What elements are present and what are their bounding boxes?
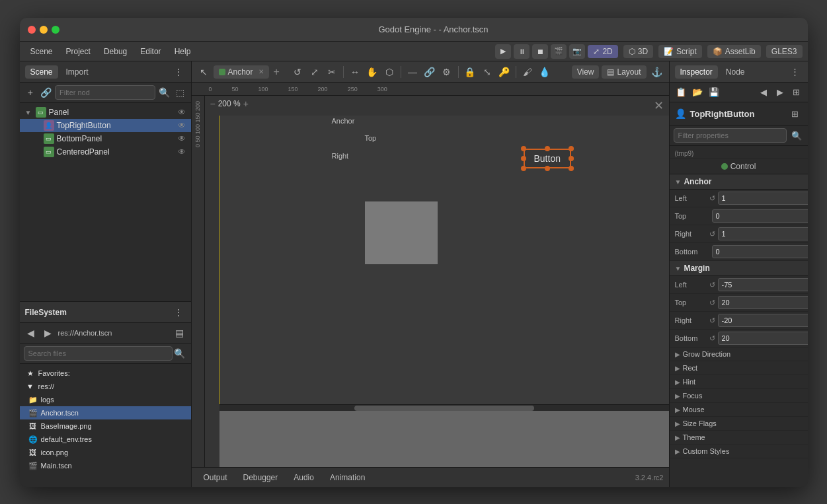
scene-menu-button[interactable]: ⋮: [171, 65, 186, 79]
trb-vis[interactable]: 👁: [178, 121, 186, 130]
mode-2d[interactable]: ⤢2D: [588, 45, 617, 58]
snap-tool[interactable]: —: [405, 64, 420, 80]
rect-row[interactable]: ▶ Rect: [670, 361, 808, 375]
anchor-bottom-value[interactable]: [712, 245, 808, 258]
menu-debug[interactable]: Debug: [98, 45, 132, 58]
tree-item-toprightbutton[interactable]: 👤 TopRightButton 👁: [20, 119, 191, 132]
margin-section-header[interactable]: ▼ Margin: [670, 261, 808, 276]
margin-top-reset[interactable]: ↺: [709, 298, 715, 307]
insp-settings-button[interactable]: ⊞: [789, 85, 804, 100]
fs-favorites[interactable]: ★ Favorites:: [20, 367, 191, 380]
margin-top-value[interactable]: [718, 296, 808, 309]
node-settings-button[interactable]: ⊞: [788, 106, 803, 121]
lock-tool[interactable]: 🔒: [462, 64, 478, 80]
mode-assetlib[interactable]: 📦AssetLib: [707, 45, 761, 58]
handle-br[interactable]: [569, 166, 574, 171]
move-tool[interactable]: ↔: [347, 64, 363, 80]
link-tool[interactable]: 🔗: [422, 64, 438, 80]
hint-row[interactable]: ▶ Hint: [670, 375, 808, 389]
layout-button[interactable]: ▤ Layout: [602, 65, 646, 79]
anchor-right-reset[interactable]: ↺: [709, 229, 715, 238]
gles-button[interactable]: GLES3: [766, 45, 803, 58]
fs-baseimage[interactable]: 🖼 BaseImage.png: [20, 419, 191, 433]
rotate-tool[interactable]: ↺: [290, 64, 305, 80]
settings-tool[interactable]: ⚙: [439, 64, 455, 80]
insp-next-button[interactable]: ▶: [773, 85, 787, 100]
insp-history-icon[interactable]: 📋: [674, 85, 688, 100]
fs-icon-png[interactable]: 🖼 icon.png: [20, 446, 191, 459]
filter-search-icon[interactable]: 🔍: [789, 128, 804, 143]
add-node-button[interactable]: +: [24, 85, 38, 100]
fs-default-env[interactable]: 🌐 default_env.tres: [20, 433, 191, 446]
handle-bm[interactable]: [545, 166, 550, 171]
margin-right-value[interactable]: [718, 314, 808, 327]
canvas-area[interactable]: − 200 % + ✕: [205, 96, 669, 467]
cut-tool[interactable]: ✂: [324, 64, 340, 80]
pan-tool[interactable]: ✋: [364, 64, 380, 80]
tab-scene[interactable]: Scene: [25, 65, 58, 79]
scrollbar-thumb-h[interactable]: [354, 406, 534, 411]
tab-output[interactable]: Output: [197, 471, 234, 484]
menu-scene[interactable]: Scene: [25, 45, 58, 58]
margin-bottom-value[interactable]: [718, 332, 808, 345]
menu-editor[interactable]: Editor: [135, 45, 166, 58]
scale-tool[interactable]: ⤢: [307, 64, 323, 80]
key-tool[interactable]: 🔑: [496, 64, 512, 80]
mode-3d[interactable]: ⬡3D: [623, 45, 653, 58]
anchor-left-reset[interactable]: ↺: [709, 194, 715, 203]
handle-bl[interactable]: [521, 166, 526, 171]
inspector-menu-button[interactable]: ⋮: [788, 65, 803, 79]
screenshot-button[interactable]: 📷: [569, 44, 585, 59]
filesystem-menu-button[interactable]: ⋮: [171, 305, 186, 320]
close-button[interactable]: [28, 26, 36, 34]
close-tab-button[interactable]: ✕: [258, 68, 264, 75]
scene-filter-input[interactable]: [55, 85, 155, 100]
viewport-anchor-icon[interactable]: ⚓: [649, 64, 665, 80]
fs-anchor-tscn[interactable]: 🎬 Anchor.tscn: [20, 406, 191, 419]
fs-logs[interactable]: 📁 logs: [20, 393, 191, 406]
fs-res-root[interactable]: ▼ res://: [20, 380, 191, 393]
handle-tr[interactable]: [569, 146, 574, 151]
anchor-section-header[interactable]: ▼ Anchor: [670, 174, 808, 190]
fs-view-toggle[interactable]: ▤: [173, 326, 187, 340]
pointer-tool[interactable]: ↖: [196, 64, 212, 80]
handle-tl[interactable]: [521, 146, 526, 151]
margin-bottom-reset[interactable]: ↺: [709, 334, 715, 343]
anchor-top-value[interactable]: [712, 209, 808, 223]
inspector-tab-inspector[interactable]: Inspector: [675, 65, 718, 79]
tab-animation[interactable]: Animation: [323, 471, 372, 484]
tree-item-bottompanel[interactable]: ▭ BottomPanel 👁: [20, 132, 191, 145]
view-button[interactable]: View: [572, 65, 600, 79]
add-tab-button[interactable]: +: [271, 66, 282, 78]
record-button[interactable]: 🎬: [551, 44, 567, 59]
polygon-tool[interactable]: ⬡: [381, 64, 397, 80]
fs-search-icon[interactable]: 🔍: [173, 346, 187, 361]
dropper-tool[interactable]: 💧: [537, 64, 553, 80]
inspector-tab-node[interactable]: Node: [721, 65, 750, 79]
insp-save-icon[interactable]: 💾: [707, 85, 721, 100]
anchor-right-value[interactable]: [718, 227, 808, 240]
maximize-button[interactable]: [52, 26, 59, 34]
filesystem-search-input[interactable]: [24, 346, 173, 361]
link-button[interactable]: 🔗: [39, 85, 53, 100]
theme-row[interactable]: ▶ Theme: [670, 431, 808, 445]
cp-vis[interactable]: 👁: [178, 147, 186, 157]
insp-prev-button[interactable]: ◀: [756, 85, 771, 100]
tab-audio[interactable]: Audio: [287, 471, 321, 484]
expand-viewport-button[interactable]: ✕: [654, 98, 664, 113]
focus-row[interactable]: ▶ Focus: [670, 389, 808, 403]
fs-main-tscn[interactable]: 🎬 Main.tscn: [20, 459, 191, 472]
mouse-row[interactable]: ▶ Mouse: [670, 403, 808, 417]
mode-script[interactable]: 📝Script: [658, 45, 702, 58]
size-flags-row[interactable]: ▶ Size Flags: [670, 417, 808, 431]
margin-right-reset[interactable]: ↺: [709, 316, 715, 325]
stop-button[interactable]: ⏹: [532, 44, 548, 59]
tree-item-centeredpanel[interactable]: ▭ CenteredPanel 👁: [20, 145, 191, 159]
play-button[interactable]: ▶: [495, 44, 511, 59]
inspector-scroll[interactable]: (tmp9) Control ▼ Anchor Left ↺: [670, 146, 808, 487]
menu-project[interactable]: Project: [61, 45, 96, 58]
minimize-button[interactable]: [40, 26, 48, 34]
menu-help[interactable]: Help: [169, 45, 196, 58]
zoom-plus-button[interactable]: +: [243, 98, 249, 109]
handle-ml[interactable]: [521, 156, 526, 161]
